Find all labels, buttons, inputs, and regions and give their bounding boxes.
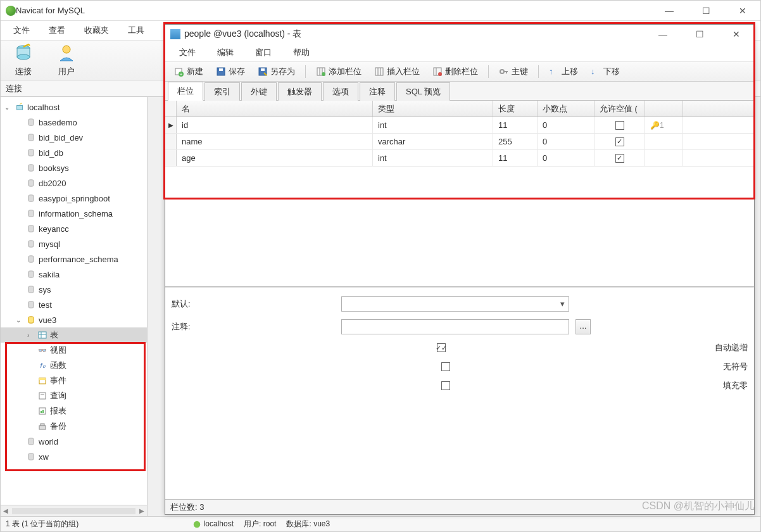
- tree-item[interactable]: bid_db: [1, 145, 147, 160]
- inner-minimize-button[interactable]: —: [650, 29, 676, 39]
- tree-item[interactable]: sakila: [1, 267, 147, 282]
- col-header-type[interactable]: 类型: [373, 101, 493, 117]
- tree-item[interactable]: 查询: [1, 388, 147, 403]
- column-count: 栏位数: 3: [170, 502, 204, 513]
- status-user: root: [263, 519, 277, 528]
- col-header-decimals[interactable]: 小数点: [538, 101, 594, 117]
- menu-view[interactable]: 查看: [40, 22, 74, 39]
- default-dropdown[interactable]: [341, 296, 569, 312]
- tree-item[interactable]: 报表: [1, 403, 147, 419]
- sidebar: ⌄localhostbasedemobid_bid_devbid_dbbooks…: [1, 97, 148, 516]
- tab-5[interactable]: 注释: [360, 82, 395, 101]
- tab-4[interactable]: 选项: [323, 82, 358, 101]
- tab-2[interactable]: 外键: [241, 82, 277, 101]
- arrow-down-icon: ↓: [591, 66, 601, 77]
- inner-close-button[interactable]: ✕: [724, 29, 749, 39]
- svg-point-2: [17, 54, 30, 60]
- tree-item[interactable]: 备份: [1, 419, 147, 434]
- sidebar-scrollbar[interactable]: ◀ ▶: [1, 505, 147, 516]
- saveas-button[interactable]: 另存为: [253, 65, 300, 79]
- tree-item[interactable]: f₀函数: [1, 358, 147, 373]
- tree-item[interactable]: performance_schema: [1, 251, 147, 267]
- table-icon: [170, 29, 180, 39]
- save-icon: [216, 66, 226, 77]
- tree-item[interactable]: ⌄vue3: [1, 312, 147, 327]
- column-properties: 默认: 注释: ... ✓自动递增 无符号 填充零: [165, 287, 754, 400]
- designer-tabs: 栏位索引外键触发器选项注释SQL 预览: [165, 82, 754, 101]
- tree-item[interactable]: xw: [1, 449, 147, 464]
- new-button[interactable]: +新建: [169, 65, 208, 79]
- tree-item[interactable]: test: [1, 297, 147, 312]
- save-button[interactable]: 保存: [211, 65, 250, 79]
- tree-item[interactable]: 事件: [1, 373, 147, 388]
- svg-rect-38: [219, 68, 223, 71]
- table-row[interactable]: age int 11 0 ✓: [165, 150, 754, 167]
- toolbar-user[interactable]: 用户: [51, 41, 82, 80]
- addcol-button[interactable]: 添加栏位: [311, 65, 367, 79]
- tree-item[interactable]: bid_bid_dev: [1, 130, 147, 145]
- close-button[interactable]: ✕: [730, 6, 755, 16]
- svg-rect-40: [261, 68, 265, 71]
- tree-item[interactable]: sys: [1, 282, 147, 297]
- inner-toolbar: +新建 保存 另存为 添加栏位 插入栏位 删除栏位 主键 ↑上移 ↓下移: [165, 61, 754, 82]
- maximize-button[interactable]: ☐: [693, 6, 719, 16]
- table-row[interactable]: name varchar 255 0 ✓: [165, 134, 754, 150]
- tree-item[interactable]: db2020: [1, 175, 147, 191]
- tree-item[interactable]: basedemo: [1, 115, 147, 130]
- tab-3[interactable]: 触发器: [278, 82, 322, 101]
- inner-menu-help[interactable]: 帮助: [283, 44, 320, 61]
- svg-point-33: [194, 521, 201, 528]
- menu-tools[interactable]: 工具: [119, 22, 153, 39]
- inner-menu-edit[interactable]: 编辑: [207, 44, 244, 61]
- tab-0[interactable]: 栏位: [168, 82, 203, 101]
- menu-file[interactable]: 文件: [4, 22, 39, 39]
- connection-tree[interactable]: ⌄localhostbasedemobid_bid_devbid_dbbooks…: [1, 97, 147, 505]
- tab-6[interactable]: SQL 预览: [396, 82, 450, 101]
- tree-item[interactable]: 👓视图: [1, 343, 147, 358]
- inner-titlebar: people @vue3 (localhost) - 表 — ☐ ✕: [165, 25, 754, 44]
- main-titlebar: Navicat for MySQL — ☐ ✕: [1, 1, 760, 21]
- minimize-button[interactable]: —: [657, 6, 682, 16]
- key-icon: [499, 66, 509, 77]
- toolbar-connect[interactable]: 连接: [8, 41, 39, 80]
- svg-rect-30: [41, 424, 44, 426]
- svg-point-51: [500, 70, 504, 73]
- status-database: vue3: [313, 519, 330, 528]
- col-header-nullable[interactable]: 允许空值 (: [594, 101, 645, 117]
- tree-item[interactable]: information_schema: [1, 206, 147, 221]
- comment-more-button[interactable]: ...: [575, 319, 591, 334]
- table-row[interactable]: ▶ id int 11 0 🔑1: [165, 117, 754, 134]
- delete-column-icon: [432, 66, 443, 77]
- menu-favorites[interactable]: 收藏夹: [75, 22, 118, 39]
- status-connection: localhost: [204, 519, 234, 528]
- svg-text:+: +: [180, 72, 182, 77]
- toolbar-connect-label: 连接: [15, 66, 32, 77]
- delcol-button[interactable]: 删除栏位: [427, 65, 483, 79]
- movedown-button[interactable]: ↓下移: [586, 65, 625, 79]
- moveup-button[interactable]: ↑上移: [544, 65, 583, 79]
- tree-item[interactable]: mysql: [1, 236, 147, 251]
- toolbar-user-label: 用户: [58, 66, 75, 77]
- col-header-length[interactable]: 长度: [493, 101, 538, 117]
- inner-menu-window[interactable]: 窗口: [245, 44, 282, 61]
- autoinc-checkbox[interactable]: ✓: [437, 343, 446, 352]
- insertcol-button[interactable]: 插入栏位: [369, 65, 425, 79]
- new-icon: +: [174, 66, 184, 77]
- svg-point-44: [322, 72, 325, 76]
- tree-item[interactable]: ⌄localhost: [1, 99, 147, 115]
- tree-item[interactable]: easypoi_springboot: [1, 191, 147, 206]
- columns-grid[interactable]: 名 类型 长度 小数点 允许空值 ( ▶ id int 11 0 🔑1 name…: [165, 101, 754, 167]
- tree-item[interactable]: ›表: [1, 327, 147, 343]
- grid-blank-area[interactable]: [165, 167, 754, 287]
- inner-maximize-button[interactable]: ☐: [687, 29, 712, 39]
- comment-input[interactable]: [341, 319, 569, 334]
- tree-item[interactable]: booksys: [1, 160, 147, 175]
- tab-1[interactable]: 索引: [204, 82, 240, 101]
- pk-button[interactable]: 主键: [494, 65, 533, 79]
- col-header-name[interactable]: 名: [177, 101, 373, 117]
- unsigned-checkbox[interactable]: [441, 362, 450, 371]
- tree-item[interactable]: keyancc: [1, 221, 147, 236]
- inner-menu-file[interactable]: 文件: [169, 44, 206, 61]
- tree-item[interactable]: world: [1, 434, 147, 449]
- zerofill-checkbox[interactable]: [441, 381, 450, 390]
